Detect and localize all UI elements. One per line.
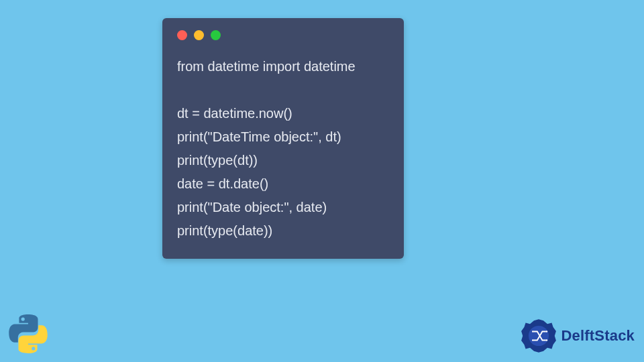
delftstack-brand: DelftStack — [521, 318, 635, 354]
window-dot-close-icon — [177, 30, 187, 40]
brand-name: DelftStack — [561, 327, 635, 345]
window-dots — [177, 30, 389, 40]
svg-point-2 — [532, 339, 534, 341]
code-line: print("DateTime object:", dt) — [177, 129, 341, 144]
code-line: date = dt.date() — [177, 176, 268, 191]
python-logo-icon — [8, 314, 48, 354]
svg-point-0 — [529, 326, 549, 346]
code-line: print("Date object:", date) — [177, 200, 327, 215]
code-line: dt = datetime.now() — [177, 106, 292, 121]
svg-point-4 — [546, 339, 548, 341]
window-dot-minimize-icon — [194, 30, 204, 40]
window-dot-zoom-icon — [211, 30, 221, 40]
code-line: from datetime import datetime — [177, 59, 356, 74]
code-line: print(type(dt)) — [177, 153, 258, 168]
code-line: print(type(date)) — [177, 223, 272, 238]
code-block: from datetime import datetime dt = datet… — [177, 55, 389, 243]
delftstack-badge-icon — [521, 318, 557, 354]
code-card: from datetime import datetime dt = datet… — [162, 18, 404, 259]
svg-point-3 — [546, 330, 548, 333]
svg-point-1 — [532, 330, 534, 333]
